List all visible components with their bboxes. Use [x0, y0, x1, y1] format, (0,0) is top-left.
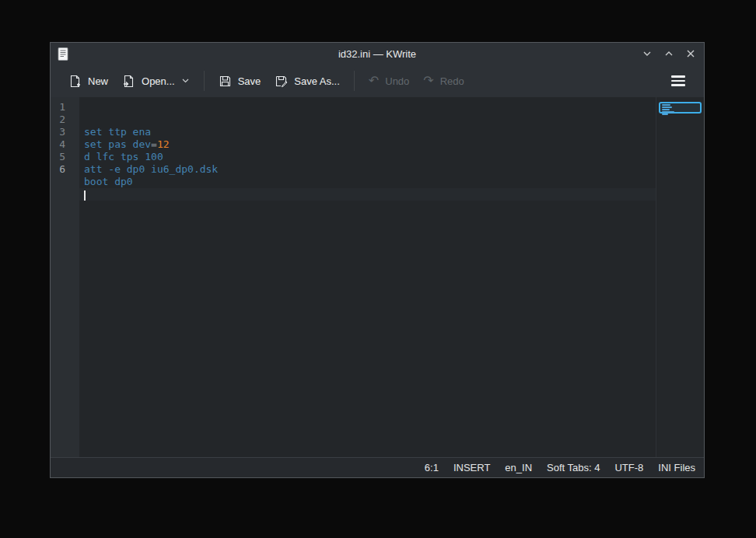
toolbar-separator [354, 71, 355, 91]
tab-mode-status[interactable]: Soft Tabs: 4 [547, 462, 600, 473]
line-number: 4 [51, 138, 65, 151]
line-number: 2 [51, 114, 65, 126]
save-as-button[interactable]: Save As... [268, 70, 347, 93]
save-button[interactable]: Save [212, 70, 268, 93]
editor-content: 123456 set ttp enaset pas dev=12d lfc tp… [51, 97, 704, 457]
code-line[interactable]: set pas dev=12 [79, 138, 656, 151]
maximize-button[interactable] [662, 47, 676, 61]
statusbar: 6:1INSERTen_INSoft Tabs: 4UTF-8INI Files [51, 457, 704, 477]
dictionary-status[interactable]: en_IN [505, 462, 532, 473]
x-icon [686, 49, 695, 58]
new-button-label: New [88, 75, 108, 87]
kwrite-window: id32.ini — KWrite New [50, 42, 705, 478]
toolbar-separator [204, 71, 205, 91]
save-as-icon [275, 75, 288, 88]
code-line[interactable]: boot dp0 [79, 176, 656, 188]
redo-button[interactable]: ↷ Redo [416, 70, 471, 92]
code-segment: 12 [157, 138, 170, 150]
new-document-icon [68, 75, 82, 88]
window-controls [640, 43, 698, 65]
minimap-text-mark [662, 111, 674, 113]
code-line[interactable] [79, 188, 656, 201]
hamburger-menu-icon [671, 75, 685, 78]
toolbar: New Open... Save [51, 65, 704, 97]
open-dropdown-chevron-icon[interactable] [181, 75, 190, 87]
code-segment: d lfc tps 100 [84, 151, 163, 162]
open-button[interactable]: Open... [115, 70, 197, 93]
save-button-label: Save [238, 75, 261, 87]
line-number: 3 [51, 126, 65, 138]
save-icon [219, 75, 232, 88]
cursor-position-status[interactable]: 6:1 [425, 462, 439, 473]
line-number: 1 [51, 101, 65, 114]
line-number: 6 [51, 163, 65, 176]
code-line[interactable]: d lfc tps 100 [79, 151, 656, 163]
open-button-label: Open... [142, 75, 175, 87]
minimap-text-mark [662, 109, 670, 110]
code-segment: = [151, 138, 157, 150]
encoding-status[interactable]: UTF-8 [614, 462, 643, 473]
code-segment: boot dp0 [84, 176, 133, 187]
text-editor[interactable]: set ttp enaset pas dev=12d lfc tps 100at… [79, 97, 656, 457]
save-as-button-label: Save As... [294, 75, 340, 87]
minimap-view-indicator[interactable] [659, 102, 702, 114]
undo-button[interactable]: ↶ Undo [362, 70, 416, 92]
line-number: 5 [51, 151, 65, 163]
minimap-text-mark [662, 104, 670, 106]
undo-icon: ↶ [369, 75, 379, 87]
text-cursor [84, 190, 86, 201]
chevron-up-icon [664, 49, 674, 58]
minimap-text-mark [662, 107, 672, 108]
code-segment: set pas dev [84, 138, 151, 150]
insert-mode-status[interactable]: INSERT [453, 462, 490, 473]
line-number-gutter[interactable]: 123456 [51, 97, 79, 457]
close-button[interactable] [684, 47, 698, 61]
status-items: 6:1INSERTen_INSoft Tabs: 4UTF-8INI Files [51, 462, 704, 473]
minimize-button[interactable] [640, 47, 654, 61]
code-line[interactable]: set ttp ena [79, 126, 656, 138]
code-segment: att -e dp0 iu6_dp0.dsk [84, 163, 218, 175]
filetype-status[interactable]: INI Files [658, 462, 695, 473]
titlebar[interactable]: id32.ini — KWrite [51, 43, 704, 65]
code-segment: set ttp ena [84, 126, 151, 138]
code-line[interactable]: att -e dp0 iu6_dp0.dsk [79, 163, 656, 176]
minimap-marks [662, 104, 700, 115]
chevron-down-icon [642, 49, 652, 58]
editor-lines: set ttp enaset pas dev=12d lfc tps 100at… [79, 126, 656, 201]
redo-icon: ↷ [423, 75, 433, 87]
redo-button-label: Redo [440, 75, 464, 87]
open-document-icon [122, 75, 135, 88]
window-title: id32.ini — KWrite [51, 48, 704, 60]
minimap-text-mark [662, 114, 668, 115]
undo-button-label: Undo [385, 75, 409, 87]
scrollbar-minimap[interactable] [656, 97, 704, 457]
menu-button[interactable] [665, 71, 691, 91]
new-button[interactable]: New [61, 70, 115, 93]
